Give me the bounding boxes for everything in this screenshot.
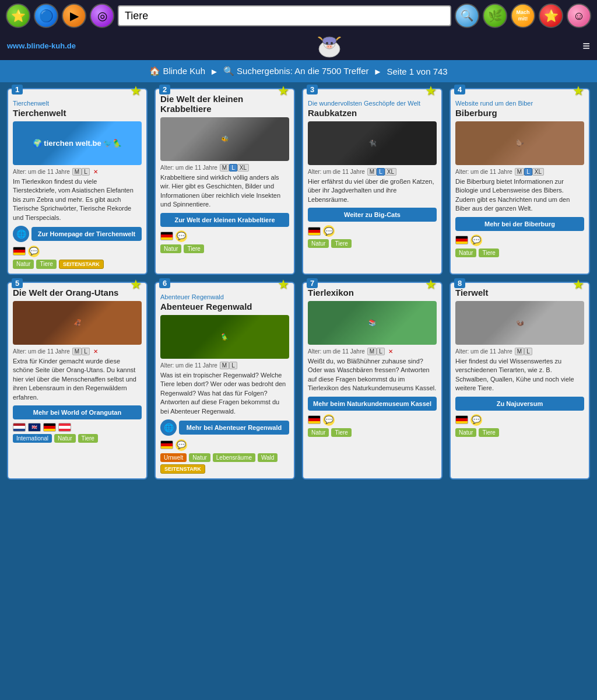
size-btn-xl[interactable]: XL [385, 168, 396, 176]
logo-bar: www.blinde-kuh.de ≡ [0, 32, 597, 60]
size-btn-m[interactable]: M [220, 164, 229, 172]
size-btn-m[interactable]: M [515, 348, 524, 355]
tag-wald[interactable]: Wald [258, 453, 278, 462]
tag-tiere[interactable]: Tiere [331, 239, 351, 248]
hamburger-menu[interactable]: ≡ [582, 38, 590, 54]
size-btn-m[interactable]: M [72, 348, 82, 355]
size-btn-l[interactable]: L [82, 168, 90, 176]
card-main-button[interactable]: Mehr bei Abenteuer Regenwald [179, 421, 289, 435]
tag-umwelt[interactable]: Umwelt [160, 453, 187, 462]
age-text: Alter: um die 11 Jahre [160, 164, 217, 171]
tag-natur[interactable]: Natur [455, 249, 476, 257]
card-description: Hier findest du viel Wissenswertes zu ve… [455, 357, 584, 393]
card-main-button[interactable]: Weiter zu Big-Cats [308, 208, 437, 222]
age-line: Alter: um die 11 Jahre ML [455, 348, 584, 355]
favorite-star[interactable]: ★ [278, 277, 289, 292]
svg-point-7 [330, 46, 331, 47]
flag-row: 💬 [455, 235, 584, 246]
tag-tiere[interactable]: Tiere [184, 244, 203, 253]
tag-seitenstark[interactable]: SEITENSTARK [160, 464, 205, 474]
close-button[interactable]: ✕ [388, 348, 393, 355]
tag-natur[interactable]: Natur [54, 434, 75, 443]
play-nav-icon[interactable]: ▶ [62, 4, 86, 28]
tag-international[interactable]: International [13, 434, 52, 443]
size-btn-m[interactable]: M [367, 168, 377, 176]
size-btn-xl[interactable]: XL [532, 168, 544, 176]
pink-nav-icon[interactable]: ☺ [567, 4, 591, 28]
favorite-star[interactable]: ★ [573, 83, 584, 99]
result-card: 8 ★ Tierwelt 🦦 Alter: um die 11 Jahre ML… [449, 282, 590, 480]
size-options: ML [220, 362, 237, 369]
card-main-button[interactable]: Mehr bei der Biberburg [455, 217, 584, 231]
size-btn-l[interactable]: L [377, 348, 385, 355]
tag-natur[interactable]: Natur [189, 453, 210, 462]
card-title: Biberburg [455, 108, 584, 118]
favorite-star[interactable]: ★ [278, 83, 289, 99]
circle-nav-icon[interactable]: 🔵 [34, 4, 58, 28]
favorite-star[interactable]: ★ [573, 277, 584, 292]
breadcrumb-home[interactable]: 🏠 Blinde Kuh [149, 66, 205, 76]
tag-tiere[interactable]: Tiere [479, 249, 498, 257]
card-image: 🦫 [455, 121, 584, 165]
mitmach-button[interactable]: Machmit! [511, 4, 535, 28]
tag-natur[interactable]: Natur [308, 428, 329, 437]
card-title: Abenteuer Regenwald [160, 302, 289, 312]
card-main-button[interactable]: Mehr beim Naturkundemuseum Kassel [308, 397, 437, 411]
red-nav-icon[interactable]: ⭐ [539, 4, 563, 28]
favorite-star[interactable]: ★ [130, 83, 142, 99]
card-main-button[interactable]: Mehr bei World of Orangutan [13, 405, 142, 419]
card-main-button[interactable]: Zur Welt der kleinen Krabbeltiere [160, 213, 289, 227]
tag-tiere[interactable]: Tiere [331, 428, 351, 437]
flag-de [308, 227, 321, 236]
favorite-star[interactable]: ★ [425, 83, 437, 99]
svg-point-4 [331, 42, 333, 44]
close-button[interactable]: ✕ [93, 169, 98, 175]
tag-natur[interactable]: Natur [160, 244, 181, 253]
tag-tiere[interactable]: Tiere [78, 434, 98, 443]
nav-icon-2[interactable]: 🌿 [483, 4, 507, 28]
card-description: Was ist ein tropischer Regenwald? Welche… [160, 371, 289, 416]
flag-uk: 🇬🇧 [28, 423, 41, 432]
size-btn-xl[interactable]: XL [237, 164, 249, 172]
card-main-button[interactable]: Zur Homepage der Tierchenwelt [31, 227, 142, 241]
card-title: Tierwelt [455, 288, 584, 298]
card-subtitle: Die wundervollsten Geschöpfe der Welt [308, 100, 437, 107]
size-btn-m[interactable]: M [220, 362, 229, 369]
favorite-star[interactable]: ★ [425, 277, 437, 292]
search-button[interactable]: 🔍 [455, 4, 479, 28]
tag-tiere[interactable]: Tiere [479, 428, 498, 437]
tag-seitenstark[interactable]: SEITENSTARK [59, 260, 104, 269]
size-btn-l[interactable]: L [229, 362, 237, 369]
age-line: Alter: um die 11 Jahre ML ✕ [308, 348, 437, 355]
favorite-star[interactable]: ★ [130, 277, 142, 292]
svg-point-2 [322, 37, 336, 45]
tag-natur[interactable]: Natur [13, 260, 34, 269]
size-btn-l[interactable]: L [524, 348, 532, 355]
tag-tiere[interactable]: Tiere [36, 260, 56, 269]
tag-natur[interactable]: Natur [455, 428, 476, 437]
flag-at [58, 423, 71, 432]
size-btn-m[interactable]: M [515, 168, 524, 176]
size-btn-l[interactable]: L [377, 168, 385, 176]
size-btn-l[interactable]: L [524, 168, 532, 176]
tag-natur[interactable]: Natur [308, 239, 329, 248]
card-number: 7 [307, 278, 318, 288]
card-number: 1 [12, 85, 23, 94]
settings-nav-icon[interactable]: ◎ [90, 4, 114, 28]
breadcrumb-arrow-2: ► [374, 66, 382, 76]
site-url: www.blinde-kuh.de [7, 41, 76, 50]
age-text: Alter: um die 11 Jahre [308, 169, 365, 175]
size-btn-m[interactable]: M [72, 168, 82, 176]
result-grid-row2: 5 ★ Die Welt der Orang-Utans 🦧 Alter: um… [7, 282, 590, 480]
svg-point-5 [326, 45, 332, 48]
tag-lebensräume[interactable]: Lebensräume [213, 453, 255, 462]
card-main-button[interactable]: Zu Najuversum [455, 397, 584, 411]
size-btn-l[interactable]: L [229, 164, 237, 172]
size-btn-l[interactable]: L [82, 348, 90, 355]
search-input[interactable] [118, 5, 451, 26]
star-nav-icon[interactable]: ⭐ [6, 4, 30, 28]
size-btn-m[interactable]: M [367, 348, 377, 355]
breadcrumb-page: Seite 1 von 743 [387, 66, 447, 76]
close-button[interactable]: ✕ [93, 348, 98, 355]
flag-de [13, 247, 26, 256]
